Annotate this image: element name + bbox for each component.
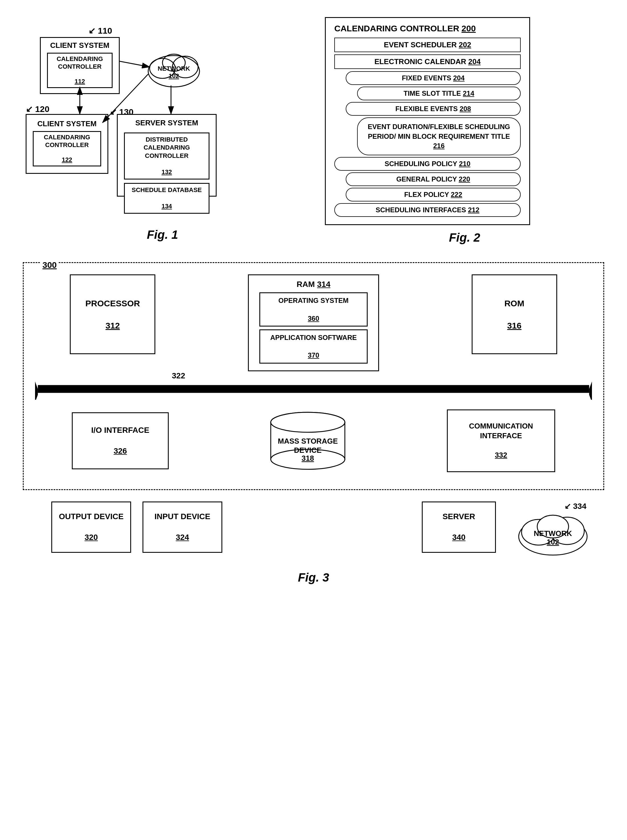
svg-marker-15	[35, 382, 38, 400]
flex-policy: FLEX POLICY 222	[346, 188, 521, 201]
fig3-top-row: PROCESSOR 312 RAM 314 OPERATING SYSTEM 3…	[35, 274, 592, 371]
scheduling-policy: SCHEDULING POLICY 210	[334, 157, 521, 171]
server-box-fig3: SERVER 340	[422, 502, 496, 553]
comm-interface-box: COMMUNICATION INTERFACE 332	[447, 409, 555, 472]
app-box: APPLICATION SOFTWARE 370	[259, 329, 368, 363]
svg-text:318: 318	[301, 454, 314, 462]
processor-box: PROCESSOR 312	[70, 274, 155, 354]
fig2-header: CALENDARING CONTROLLER 200	[334, 24, 521, 33]
ref-300: 300	[41, 260, 58, 270]
fixed-events: FIXED EVENTS 204	[346, 71, 521, 85]
svg-point-20	[271, 412, 345, 432]
input-device-box: INPUT DEVICE 324	[142, 502, 222, 553]
network-cloud-fig1: NETWORK 102	[142, 46, 205, 92]
ref-322: 322	[172, 371, 185, 381]
distributed-controller: DISTRIBUTED CALENDARING CONTROLLER 132	[124, 132, 210, 179]
io-interface-box: I/O INTERFACE 326	[72, 412, 169, 469]
client-system-120: CLIENT SYSTEM CALENDARING CONTROLLER 122	[26, 114, 108, 174]
svg-text:102: 102	[547, 538, 559, 546]
calendaring-controller-122: CALENDARING CONTROLLER 122	[33, 131, 101, 167]
bus-svg	[35, 380, 592, 400]
schedule-database: SCHEDULE DATABASE 134	[124, 183, 210, 214]
server-system-130: SERVER SYSTEM DISTRIBUTED CALENDARING CO…	[117, 114, 217, 197]
svg-text:NETWORK: NETWORK	[158, 65, 190, 72]
svg-text:MASS STORAGE: MASS STORAGE	[278, 437, 338, 445]
cloud-svg-fig1: NETWORK 102	[142, 46, 205, 91]
ram-box: RAM 314 OPERATING SYSTEM 360 APPLICATION…	[248, 274, 379, 371]
top-row: ↙ 110 CLIENT SYSTEM CALENDARING CONTROLL…	[23, 17, 604, 245]
fig1-container: ↙ 110 CLIENT SYSTEM CALENDARING CONTROLL…	[23, 17, 302, 245]
client-system-110: CLIENT SYSTEM CALENDARING CONTROLLER 112	[40, 37, 120, 94]
page: ↙ 110 CLIENT SYSTEM CALENDARING CONTROLL…	[0, 0, 627, 840]
general-policy: GENERAL POLICY 220	[346, 172, 521, 186]
os-box: OPERATING SYSTEM 360	[259, 293, 368, 327]
electronic-calendar: ELECTRONIC CALENDAR 204	[334, 54, 521, 69]
ref-110: ↙ 110	[88, 26, 112, 36]
bus-area: 322	[35, 380, 592, 401]
fig3-dashed-box: 300 PROCESSOR 312 RAM 314 OPERA	[23, 262, 604, 490]
rom-box: ROM 316	[472, 274, 557, 354]
fig1-inner: ↙ 110 CLIENT SYSTEM CALENDARING CONTROLL…	[23, 17, 302, 222]
calendaring-controller-112: CALENDARING CONTROLLER 112	[47, 53, 113, 88]
ram-header: RAM 314	[297, 279, 330, 289]
fig3-title: Fig. 3	[23, 571, 604, 584]
fig3-bottom-row: OUTPUT DEVICE 320 INPUT DEVICE 324 SERVE…	[23, 502, 604, 562]
event-duration: EVENT DURATION/FLEXIBLE SCHEDULING PERIO…	[357, 117, 521, 155]
svg-text:DEVICE: DEVICE	[294, 446, 322, 455]
flexible-events: FLEXIBLE EVENTS 208	[346, 102, 521, 116]
fig2-outer: CALENDARING CONTROLLER 200 EVENT SCHEDUL…	[325, 17, 530, 225]
svg-text:NETWORK: NETWORK	[534, 529, 572, 538]
fig3-middle-row: I/O INTERFACE 326 MASS STORAGE DEVICE 31…	[35, 409, 592, 472]
svg-text:102: 102	[169, 72, 179, 80]
fig1-title: Fig. 1	[23, 228, 302, 242]
svg-rect-14	[38, 385, 589, 393]
network-cloud-fig3: ↙ 334 NETWORK 102	[513, 502, 593, 562]
mass-storage-box: MASS STORAGE DEVICE 318	[265, 409, 351, 472]
server-label: SERVER SYSTEM	[135, 118, 198, 128]
fig2-title: Fig. 2	[325, 231, 604, 244]
mass-storage-svg: MASS STORAGE DEVICE 318	[265, 409, 351, 472]
scheduling-interfaces: SCHEDULING INTERFACES 212	[334, 203, 521, 217]
ref-120: ↙ 120	[26, 104, 49, 114]
time-slot-title: TIME SLOT TITLE 214	[357, 87, 521, 100]
event-scheduler: EVENT SCHEDULER 202	[334, 38, 521, 52]
svg-marker-16	[589, 382, 592, 400]
client120-label: CLIENT SYSTEM	[37, 119, 97, 129]
output-device-box: OUTPUT DEVICE 320	[51, 502, 131, 553]
client110-label: CLIENT SYSTEM	[50, 41, 109, 50]
network-cloud-svg-fig3: NETWORK 102	[513, 505, 593, 562]
fig2-container: CALENDARING CONTROLLER 200 EVENT SCHEDUL…	[325, 17, 604, 245]
fig3-container: 300 PROCESSOR 312 RAM 314 OPERA	[23, 262, 604, 584]
